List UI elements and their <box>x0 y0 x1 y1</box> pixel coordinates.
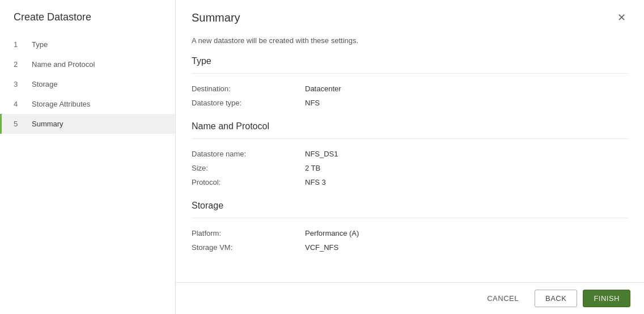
platform-value: Performance (A) <box>305 229 359 237</box>
type-section-heading: Type <box>192 56 628 66</box>
datastore-name-row: Datastore name: NFS_DS1 <box>192 147 628 161</box>
step-num-1: 1 <box>14 40 26 49</box>
datastore-type-row: Datastore type: NFS <box>192 96 628 110</box>
dialog-footer: CANCEL BACK FINISH <box>176 282 644 314</box>
step-num-2: 2 <box>14 60 26 69</box>
protocol-label: Protocol: <box>192 178 305 186</box>
destination-label: Destination: <box>192 84 305 93</box>
name-protocol-info-table: Datastore name: NFS_DS1 Size: 2 TB Proto… <box>192 147 628 189</box>
sidebar-item-label-storage-attributes: Storage Attributes <box>32 100 90 108</box>
size-value: 2 TB <box>305 164 320 172</box>
datastore-type-label: Datastore type: <box>192 99 305 107</box>
main-body: A new datastore will be created with the… <box>176 31 644 282</box>
sidebar-item-label-summary: Summary <box>32 120 63 128</box>
datastore-name-label: Datastore name: <box>192 150 305 158</box>
sidebar-item-label-storage: Storage <box>32 80 58 88</box>
name-protocol-divider <box>192 138 628 139</box>
main-content: Summary ✕ A new datastore will be create… <box>176 0 644 314</box>
cancel-button[interactable]: CANCEL <box>477 290 529 307</box>
type-divider <box>192 73 628 74</box>
page-title: Summary <box>192 11 240 24</box>
step-num-4: 4 <box>14 100 26 108</box>
destination-row: Destination: Datacenter <box>192 82 628 96</box>
step-num-3: 3 <box>14 80 26 88</box>
sidebar-item-label-name-protocol: Name and Protocol <box>32 60 95 69</box>
protocol-value: NFS 3 <box>305 178 326 186</box>
sidebar-item-storage[interactable]: 3 Storage <box>0 74 175 94</box>
sidebar-item-name-protocol[interactable]: 2 Name and Protocol <box>0 54 175 74</box>
sidebar-item-storage-attributes[interactable]: 4 Storage Attributes <box>0 94 175 114</box>
size-label: Size: <box>192 164 305 172</box>
storage-vm-row: Storage VM: VCF_NFS <box>192 240 628 254</box>
close-button[interactable]: ✕ <box>615 10 628 25</box>
back-button[interactable]: BACK <box>535 290 577 307</box>
platform-row: Platform: Performance (A) <box>192 226 628 240</box>
datastore-type-value: NFS <box>305 99 320 107</box>
dialog-body: Create Datastore 1 Type 2 Name and Proto… <box>0 0 644 314</box>
storage-section-heading: Storage <box>192 201 628 211</box>
type-info-table: Destination: Datacenter Datastore type: … <box>192 82 628 110</box>
destination-value: Datacenter <box>305 84 341 93</box>
storage-info-table: Platform: Performance (A) Storage VM: VC… <box>192 226 628 254</box>
main-header: Summary ✕ <box>176 0 644 31</box>
storage-vm-label: Storage VM: <box>192 243 305 252</box>
storage-vm-value: VCF_NFS <box>305 243 338 252</box>
step-num-5: 5 <box>14 120 26 128</box>
create-datastore-dialog: Create Datastore 1 Type 2 Name and Proto… <box>0 0 644 314</box>
size-row: Size: 2 TB <box>192 161 628 175</box>
sidebar-item-summary[interactable]: 5 Summary <box>0 114 175 134</box>
storage-divider <box>192 218 628 218</box>
protocol-row: Protocol: NFS 3 <box>192 175 628 189</box>
intro-text: A new datastore will be created with the… <box>192 36 628 45</box>
sidebar: Create Datastore 1 Type 2 Name and Proto… <box>0 0 176 314</box>
finish-button[interactable]: FINISH <box>583 290 630 307</box>
datastore-name-value: NFS_DS1 <box>305 150 338 158</box>
platform-label: Platform: <box>192 229 305 237</box>
sidebar-item-type[interactable]: 1 Type <box>0 35 175 54</box>
sidebar-title: Create Datastore <box>0 11 175 35</box>
sidebar-item-label-type: Type <box>32 40 48 49</box>
name-protocol-section-heading: Name and Protocol <box>192 121 628 131</box>
